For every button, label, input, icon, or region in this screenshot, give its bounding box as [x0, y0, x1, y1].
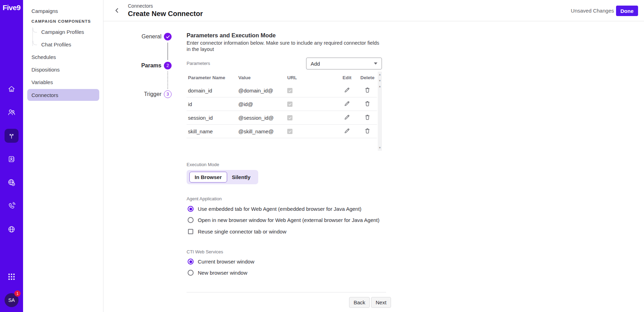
section-subtitle: Enter connector information below. Make … — [187, 40, 384, 52]
table-scrollbar[interactable]: ▲ ▼ ▲ ▼ — [378, 72, 382, 151]
add-parameter-dropdown[interactable]: Add — [306, 58, 382, 69]
col-url: URL — [287, 75, 336, 80]
back-chevron-icon[interactable] — [113, 6, 122, 15]
users-icon[interactable] — [5, 105, 19, 119]
parameters-table: Parameter Name Value URL Edit Delete dom… — [187, 72, 377, 138]
done-button[interactable]: Done — [616, 6, 638, 16]
step-params-label[interactable]: Params — [123, 62, 161, 69]
edit-pencil-icon[interactable] — [344, 114, 350, 120]
nav-item-variables[interactable]: Variables — [27, 76, 99, 88]
connectors-icon[interactable] — [5, 129, 19, 143]
five9-logo: Five9 — [0, 3, 23, 12]
edit-pencil-icon[interactable] — [344, 128, 350, 134]
delete-trash-icon[interactable] — [364, 128, 370, 134]
execution-mode-toggle: In Browser Silently — [187, 170, 258, 184]
notification-badge: 1 — [14, 290, 21, 297]
radio-unselected-icon — [188, 270, 194, 276]
page-header: Connectors Create New Connector Unsaved … — [103, 0, 644, 21]
execution-mode-in-browser[interactable]: In Browser — [189, 172, 227, 183]
col-delete: Delete — [358, 75, 377, 80]
contacts-book-icon[interactable] — [5, 152, 19, 166]
checkbox-unchecked-icon — [188, 229, 193, 234]
url-checkbox[interactable] — [287, 88, 292, 93]
step-connector-line — [167, 43, 168, 60]
radio-new-browser-window[interactable]: Open in new browser window for Web Agent… — [188, 217, 379, 223]
step-trigger-badge[interactable]: 3 — [164, 90, 172, 98]
step-general-label[interactable]: General — [123, 34, 161, 40]
step-trigger-label[interactable]: Trigger — [123, 91, 161, 97]
agent-application-label: Agent Application — [187, 196, 222, 201]
url-checkbox[interactable] — [287, 129, 292, 134]
apps-grid-icon[interactable] — [8, 273, 15, 282]
globe-check-icon[interactable] — [5, 176, 19, 190]
radio-current-browser-window[interactable]: Current browser window — [188, 259, 254, 265]
page-title: Create New Connector — [128, 10, 203, 18]
nav-item-chat-profiles[interactable]: Chat Profiles — [27, 38, 99, 50]
delete-trash-icon[interactable] — [364, 101, 370, 107]
chevron-down-icon — [374, 62, 377, 65]
nav-item-campaigns[interactable]: Campaigns — [27, 5, 99, 17]
nav-item-schedules[interactable]: Schedules — [27, 51, 99, 63]
step-general-check-icon[interactable] — [164, 33, 172, 40]
table-row: id @id@ — [187, 97, 377, 111]
execution-mode-label: Execution Mode — [187, 162, 219, 167]
radio-embedded-tab[interactable]: Use embedded tab for Web Agent (embedded… — [188, 206, 361, 212]
unsaved-changes-status: Unsaved Changes — [571, 8, 614, 14]
col-edit: Edit — [336, 75, 358, 80]
radio-selected-icon — [188, 259, 194, 265]
col-parameter-name: Parameter Name — [187, 75, 238, 80]
cti-web-services-label: CTI Web Services — [187, 249, 223, 254]
url-checkbox[interactable] — [287, 115, 292, 120]
table-row: skill_name @skill_name@ — [187, 125, 377, 138]
footer-divider — [187, 292, 386, 292]
parameters-label: Parameters — [187, 61, 210, 66]
user-avatar[interactable]: SA 1 — [5, 293, 19, 307]
nav-item-connectors[interactable]: Connectors — [27, 89, 99, 101]
radio-selected-icon — [188, 206, 194, 212]
url-checkbox[interactable] — [287, 102, 292, 107]
breadcrumb: Connectors — [128, 3, 153, 9]
step-connector-dotted-line — [167, 72, 168, 89]
back-button[interactable]: Back — [349, 297, 370, 308]
delete-trash-icon[interactable] — [364, 114, 370, 120]
section-heading: Parameters and Execution Mode — [187, 32, 276, 39]
checkbox-reuse-connector-tab[interactable]: Reuse single connector tab or window — [188, 229, 286, 235]
next-button[interactable]: Next — [371, 297, 391, 308]
delete-trash-icon[interactable] — [364, 87, 370, 93]
radio-unselected-icon — [188, 217, 194, 223]
step-params-badge[interactable]: 2 — [164, 62, 172, 69]
nav-section-campaign-components: CAMPAIGN COMPONENTS — [27, 19, 99, 23]
globe-icon[interactable] — [5, 222, 19, 236]
phone-icon[interactable] — [5, 199, 19, 213]
table-row: session_id @session_id@ — [187, 111, 377, 125]
execution-mode-silently[interactable]: Silently — [227, 172, 255, 182]
table-header-row: Parameter Name Value URL Edit Delete — [187, 72, 377, 84]
col-value: Value — [238, 75, 287, 80]
side-nav: Campaigns CAMPAIGN COMPONENTS Campaign P… — [23, 0, 103, 312]
nav-item-campaign-profiles[interactable]: Campaign Profiles — [27, 26, 99, 38]
table-row: domain_id @domain_id@ — [187, 84, 377, 97]
radio-new-browser-window-cti[interactable]: New browser window — [188, 270, 247, 276]
nav-item-dispositions[interactable]: Dispositions — [27, 64, 99, 75]
home-icon[interactable] — [5, 82, 19, 96]
edit-pencil-icon[interactable] — [344, 87, 350, 93]
app-rail: Five9 SA — [0, 0, 23, 312]
edit-pencil-icon[interactable] — [344, 101, 350, 107]
add-dropdown-value: Add — [311, 61, 320, 67]
